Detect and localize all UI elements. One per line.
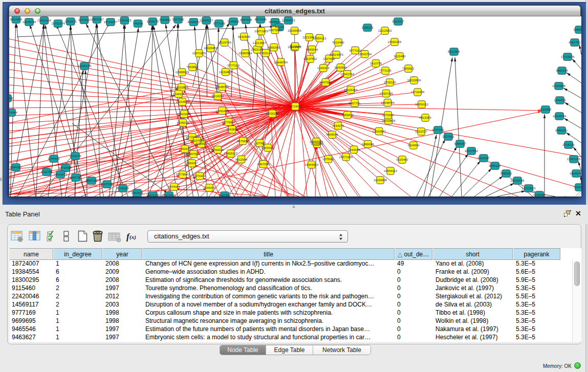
svg-text:19046746: 19046746 — [570, 172, 581, 175]
svg-text:10025453: 10025453 — [344, 89, 358, 92]
svg-text:11154808: 11154808 — [374, 179, 387, 182]
svg-text:6794028: 6794028 — [212, 148, 224, 151]
svg-text:15720407: 15720407 — [185, 136, 199, 139]
svg-text:1010755: 1010755 — [40, 170, 53, 173]
svg-text:21691406: 21691406 — [215, 110, 229, 113]
svg-text:11154808: 11154808 — [176, 100, 189, 103]
svg-text:6497568: 6497568 — [240, 18, 252, 21]
svg-text:9457791: 9457791 — [70, 176, 82, 179]
svg-text:12213967: 12213967 — [302, 36, 316, 39]
svg-text:10671955: 10671955 — [192, 52, 206, 55]
svg-text:19384554: 19384554 — [310, 140, 323, 143]
svg-text:1362615: 1362615 — [179, 147, 191, 150]
svg-text:16853267: 16853267 — [90, 18, 104, 21]
svg-text:7515546: 7515546 — [289, 45, 301, 48]
svg-text:10654112: 10654112 — [415, 103, 429, 106]
svg-text:16409514: 16409514 — [304, 163, 318, 166]
svg-text:(x): (x) — [129, 234, 136, 240]
svg-text:16033809: 16033809 — [407, 79, 421, 82]
svg-text:16671365: 16671365 — [146, 194, 160, 196]
svg-text:1527602: 1527602 — [254, 142, 266, 145]
svg-text:21691406: 21691406 — [388, 40, 402, 43]
svg-text:9146821: 9146821 — [228, 20, 240, 23]
svg-text:1575692: 1575692 — [382, 114, 394, 117]
svg-text:1234275: 1234275 — [332, 124, 344, 127]
svg-text:16033809: 16033809 — [175, 86, 188, 89]
svg-text:7773135: 7773135 — [379, 69, 391, 72]
svg-text:22420046: 22420046 — [511, 179, 525, 182]
svg-text:10025453: 10025453 — [204, 47, 217, 50]
svg-text:6899695: 6899695 — [362, 143, 374, 146]
svg-text:8912954: 8912954 — [10, 18, 23, 21]
svg-text:1621022: 1621022 — [78, 18, 91, 21]
svg-text:11154808: 11154808 — [552, 84, 565, 87]
svg-text:1362615: 1362615 — [131, 191, 143, 194]
svg-text:16648784: 16648784 — [274, 61, 288, 64]
svg-text:13958127: 13958127 — [224, 152, 237, 155]
svg-text:1167535: 1167535 — [101, 183, 114, 186]
svg-text:8471626: 8471626 — [254, 18, 267, 21]
svg-text:12093872: 12093872 — [281, 19, 295, 22]
svg-text:10107552: 10107552 — [190, 139, 204, 142]
svg-text:9227342: 9227342 — [172, 18, 184, 21]
svg-text:12213963: 12213963 — [522, 187, 536, 190]
svg-text:18724007: 18724007 — [104, 20, 118, 24]
svg-text:1244415: 1244415 — [203, 186, 215, 189]
svg-text:8912954: 8912954 — [235, 158, 248, 161]
svg-text:9115460: 9115460 — [333, 41, 345, 44]
svg-text:9115460: 9115460 — [397, 158, 409, 161]
svg-text:9245012: 9245012 — [177, 121, 189, 124]
svg-text:16648784: 16648784 — [215, 85, 229, 89]
svg-text:17016504: 17016504 — [561, 55, 575, 58]
svg-text:12505135: 12505135 — [78, 64, 92, 68]
svg-text:7955812: 7955812 — [159, 18, 171, 21]
svg-text:16914479: 16914479 — [330, 53, 343, 56]
svg-text:1910755: 1910755 — [370, 62, 382, 65]
svg-text:8813054: 8813054 — [212, 95, 224, 98]
svg-text:16643794: 16643794 — [358, 53, 372, 56]
svg-text:9084067: 9084067 — [186, 162, 198, 165]
svg-text:9084067: 9084067 — [10, 166, 22, 169]
svg-text:1244415: 1244415 — [317, 67, 330, 70]
svg-text:12093872: 12093872 — [372, 130, 386, 133]
svg-text:2803144: 2803144 — [251, 48, 264, 51]
svg-text:1234275: 1234275 — [147, 20, 159, 23]
svg-text:6322037: 6322037 — [392, 20, 404, 23]
svg-text:1244415: 1244415 — [48, 157, 60, 160]
svg-text:1527602: 1527602 — [323, 57, 335, 60]
svg-text:9474444: 9474444 — [193, 174, 206, 178]
svg-text:9457791: 9457791 — [569, 41, 581, 44]
svg-text:12213967: 12213967 — [253, 41, 267, 45]
svg-text:9115460: 9115460 — [540, 108, 552, 111]
svg-text:9860124: 9860124 — [556, 69, 568, 72]
svg-text:9777169: 9777169 — [349, 49, 361, 52]
svg-text:9115460: 9115460 — [394, 55, 406, 58]
svg-text:1498222: 1498222 — [361, 26, 374, 29]
svg-text:9474444: 9474444 — [9, 111, 17, 114]
svg-text:2156829: 2156829 — [195, 142, 208, 145]
svg-text:9465546: 9465546 — [326, 133, 339, 136]
svg-text:18724007: 18724007 — [289, 105, 302, 108]
svg-text:7955812: 7955812 — [341, 114, 354, 117]
svg-text:7663822: 7663822 — [186, 65, 199, 69]
svg-text:20206555: 20206555 — [288, 29, 301, 32]
svg-text:6322037: 6322037 — [477, 157, 490, 160]
svg-text:9777169: 9777169 — [213, 22, 225, 25]
svg-text:3624554: 3624554 — [407, 144, 420, 147]
svg-text:16643794: 16643794 — [340, 73, 354, 76]
svg-text:2803144: 2803144 — [260, 52, 272, 55]
svg-text:10107552: 10107552 — [303, 57, 317, 60]
svg-text:2718126: 2718126 — [384, 81, 396, 84]
svg-text:746266: 746266 — [133, 22, 144, 25]
svg-text:9457791: 9457791 — [349, 102, 361, 105]
svg-text:15692991: 15692991 — [267, 46, 281, 49]
svg-text:1362615: 1362615 — [64, 20, 77, 23]
svg-text:9245652: 9245652 — [533, 193, 546, 196]
svg-text:10107552: 10107552 — [465, 149, 478, 152]
svg-text:21691406: 21691406 — [37, 19, 51, 22]
svg-text:6322037: 6322037 — [415, 130, 427, 133]
svg-text:2718126: 2718126 — [562, 143, 575, 146]
svg-text:9860124: 9860124 — [489, 164, 501, 167]
svg-text:39778943: 39778943 — [176, 173, 190, 176]
svg-text:9242848: 9242848 — [335, 66, 347, 69]
